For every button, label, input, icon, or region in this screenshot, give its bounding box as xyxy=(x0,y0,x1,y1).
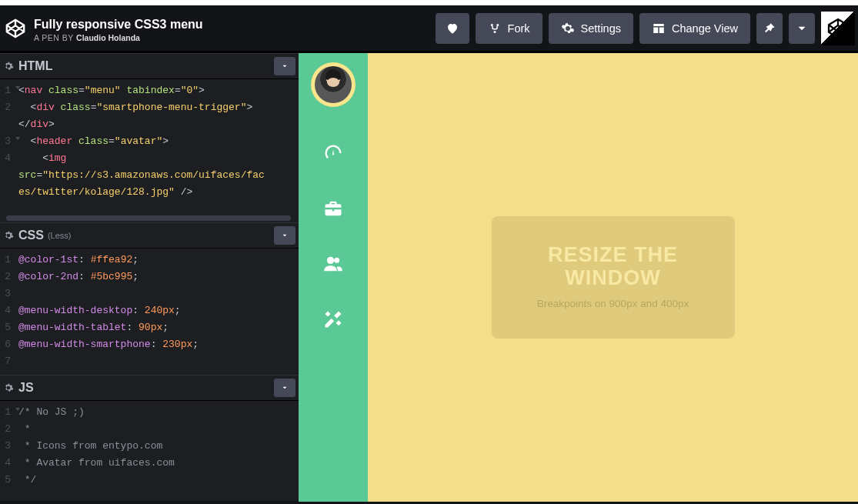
users-icon xyxy=(322,253,344,275)
header-bar: Fully responsive CSS3 menu A PEN BY Clau… xyxy=(0,5,858,53)
css-panel-menu[interactable] xyxy=(274,226,295,245)
codepen-logo[interactable] xyxy=(3,5,28,52)
chevron-down-icon xyxy=(281,384,289,392)
preview-card-sub: Breakpoints on 900px and 400px xyxy=(510,297,716,311)
js-editor[interactable]: 1/* No JS ;) 2 * 3 * Icons from entypo.c… xyxy=(0,401,299,501)
gear-icon xyxy=(561,22,575,35)
preview-card-title: RESIZE THE WINDOW xyxy=(510,244,716,289)
byline: A PEN BY Claudio Holanda xyxy=(34,33,203,42)
menu-item-tools[interactable] xyxy=(299,292,368,347)
layout-icon xyxy=(652,22,666,35)
js-panel-header: JS xyxy=(0,375,299,401)
codepen-logo-icon xyxy=(5,18,25,38)
codepen-avatar-icon xyxy=(827,18,849,39)
dropdown-button[interactable] xyxy=(789,13,815,44)
js-settings-gear[interactable] xyxy=(2,381,15,395)
heart-icon xyxy=(446,22,459,35)
css-panel-sub: (Less) xyxy=(48,231,72,240)
html-editor[interactable]: 1<nav class="menu" tabindex="0"> 2 <div … xyxy=(0,79,299,222)
chevron-down-icon xyxy=(281,62,289,70)
gear-icon xyxy=(3,61,14,72)
settings-label: Settings xyxy=(581,22,621,35)
settings-button[interactable]: Settings xyxy=(549,13,633,44)
html-panel-header: HTML xyxy=(0,53,299,79)
avatar-image xyxy=(315,66,352,103)
preview-sidebar xyxy=(299,53,368,502)
author-link[interactable]: Claudio Holanda xyxy=(76,33,140,42)
preview-pane: RESIZE THE WINDOW Breakpoints on 900px a… xyxy=(299,53,858,502)
fork-label: Fork xyxy=(508,22,530,35)
love-button[interactable] xyxy=(436,13,469,44)
byline-prefix: A PEN BY xyxy=(34,33,74,42)
gear-icon xyxy=(3,382,14,393)
user-avatar[interactable] xyxy=(821,12,855,45)
fork-icon xyxy=(488,22,502,35)
browser-chrome-strip xyxy=(0,0,858,5)
pen-title: Fully responsive CSS3 menu xyxy=(34,18,203,32)
css-settings-gear[interactable] xyxy=(2,229,15,242)
change-view-button[interactable]: Change View xyxy=(639,13,750,44)
js-panel-menu[interactable] xyxy=(274,379,295,397)
js-panel-title: JS xyxy=(18,381,34,395)
html-panel-menu[interactable] xyxy=(274,57,295,75)
html-panel-title: HTML xyxy=(18,59,52,73)
css-editor[interactable]: 1@color-1st: #ffea92; 2@color-2nd: #5bc9… xyxy=(0,249,299,375)
gear-icon xyxy=(3,230,14,241)
preview-avatar[interactable] xyxy=(311,62,356,107)
chevron-down-icon xyxy=(281,232,289,239)
briefcase-icon xyxy=(322,198,344,219)
menu-item-dashboard[interactable] xyxy=(299,125,368,181)
svg-point-0 xyxy=(493,31,496,33)
preview-content: RESIZE THE WINDOW Breakpoints on 900px a… xyxy=(368,53,858,502)
pin-button[interactable] xyxy=(756,13,783,44)
html-horizontal-scrollbar[interactable] xyxy=(6,215,291,221)
fork-button[interactable]: Fork xyxy=(476,13,543,44)
menu-item-work[interactable] xyxy=(299,181,368,236)
pin-icon xyxy=(763,22,776,35)
html-settings-gear[interactable] xyxy=(2,59,15,73)
main-area: HTML 1<nav class="menu" tabindex="0"> 2 … xyxy=(0,53,858,502)
menu-item-users[interactable] xyxy=(299,236,368,292)
title-block: Fully responsive CSS3 menu A PEN BY Clau… xyxy=(32,15,203,42)
gauge-icon xyxy=(322,142,344,164)
chevron-down-icon xyxy=(795,22,809,35)
css-panel-header: CSS (Less) xyxy=(0,222,299,249)
preview-card: RESIZE THE WINDOW Breakpoints on 900px a… xyxy=(492,216,735,339)
editors-column: HTML 1<nav class="menu" tabindex="0"> 2 … xyxy=(0,53,299,502)
tools-icon xyxy=(322,309,344,330)
change-view-label: Change View xyxy=(672,22,738,35)
css-panel-title: CSS xyxy=(18,229,44,242)
